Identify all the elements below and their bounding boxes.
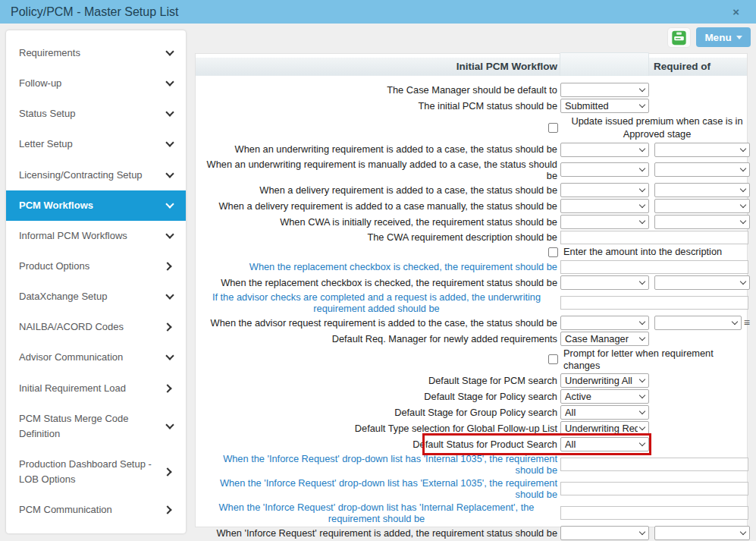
dropdown-value: Case Manager bbox=[565, 333, 629, 344]
chevron-down-icon bbox=[639, 319, 645, 325]
status-dropdown[interactable] bbox=[560, 183, 649, 197]
setting-row: Default Stage for Group Policy search Al… bbox=[196, 404, 747, 420]
enter-amount-checkbox[interactable] bbox=[548, 247, 558, 257]
sidebar-item-label: Informal PCM Workflows bbox=[19, 228, 167, 244]
sidebar-item-informal-pcm-workflows[interactable]: Informal PCM Workflows bbox=[6, 221, 186, 251]
required-of-dropdown[interactable] bbox=[654, 199, 750, 213]
required-of-dropdown[interactable] bbox=[654, 316, 742, 330]
required-of-dropdown[interactable] bbox=[654, 215, 750, 229]
internal-replacement-requirement-input[interactable] bbox=[560, 506, 748, 520]
chevron-down-icon bbox=[639, 102, 645, 108]
internal-1035-requirement-input[interactable] bbox=[560, 458, 748, 471]
sidebar-item-production-dashboard-setup-lob-options[interactable]: Production Dashboard Setup - LOB Options bbox=[6, 449, 186, 495]
setting-label: If the advisor checks are completed and … bbox=[196, 291, 558, 314]
sidebar-item-nailba-acord-codes[interactable]: NAILBA/ACORD Codes bbox=[6, 312, 186, 342]
sidebar-item-requirement-setup[interactable]: Requirement Setup bbox=[6, 525, 186, 533]
chevron-right-icon bbox=[163, 467, 171, 476]
sidebar-item-label: Advisor Communication bbox=[19, 350, 167, 365]
sidebar-item-label: Follow-up bbox=[19, 76, 167, 91]
chevron-down-icon bbox=[639, 440, 645, 446]
sidebar-item-label: PCM Communication bbox=[19, 502, 165, 517]
replacement-requirement-input[interactable] bbox=[560, 260, 748, 274]
chevron-down-icon bbox=[165, 78, 174, 86]
chevron-right-icon bbox=[163, 506, 171, 514]
sidebar-item-label: PCM Workflows bbox=[19, 198, 167, 213]
status-dropdown[interactable] bbox=[560, 143, 649, 157]
status-dropdown[interactable] bbox=[560, 162, 649, 177]
advisor-checks-requirement-input[interactable] bbox=[560, 296, 748, 310]
required-of-dropdown[interactable] bbox=[654, 526, 750, 540]
sidebar-item-pcm-workflows[interactable]: PCM Workflows bbox=[6, 190, 186, 221]
status-dropdown[interactable] bbox=[560, 526, 649, 540]
chevron-down-icon bbox=[740, 201, 746, 207]
setting-label: When the advisor request requirement is … bbox=[196, 317, 558, 329]
chevron-down-icon bbox=[165, 109, 174, 117]
default-stage-group-policy-dropdown[interactable]: All bbox=[560, 405, 649, 420]
setting-row: When the 'Inforce Request' drop-down lis… bbox=[196, 477, 747, 501]
sidebar-item-pcm-communication[interactable]: PCM Communication bbox=[6, 495, 186, 525]
setting-label: When 'Inforce Request' requirement is ad… bbox=[196, 527, 558, 539]
setting-row: When an underwriting requirement is manu… bbox=[196, 158, 747, 182]
cwa-description-input[interactable] bbox=[560, 231, 748, 244]
dropdown-value: Underwriting All bbox=[565, 375, 632, 386]
setting-row: The Case Manager should be default to bbox=[196, 82, 747, 98]
setting-label: Default Req. Manager for newly added req… bbox=[196, 333, 558, 344]
setting-row: When the advisor request requirement is … bbox=[196, 315, 747, 331]
sidebar-item-follow-up[interactable]: Follow-up bbox=[6, 68, 186, 99]
chevron-down-icon bbox=[740, 217, 746, 223]
required-of-dropdown[interactable] bbox=[654, 143, 750, 157]
sidebar-item-dataxchange-setup[interactable]: DataXchange Setup bbox=[6, 282, 186, 312]
chevron-down-icon bbox=[740, 278, 746, 284]
setting-row: If the advisor checks are completed and … bbox=[196, 291, 747, 315]
checkbox-label: Enter the amount into the description bbox=[563, 246, 722, 258]
default-stage-policy-dropdown[interactable]: Active bbox=[560, 389, 649, 404]
sidebar-item-requirements[interactable]: Requirements bbox=[6, 38, 186, 68]
required-of-dropdown[interactable] bbox=[654, 162, 750, 177]
chevron-down-icon bbox=[639, 529, 645, 535]
sidebar-item-product-options[interactable]: Product Options bbox=[6, 251, 186, 282]
initial-pcm-status-dropdown[interactable]: Submitted bbox=[560, 99, 649, 113]
chevron-down-icon bbox=[639, 145, 645, 151]
sidebar-item-label: Production Dashboard Setup - LOB Options bbox=[19, 457, 165, 487]
page-title: Policy/PCM - Master Setup List bbox=[11, 5, 178, 19]
sidebar-item-advisor-communication[interactable]: Advisor Communication bbox=[6, 342, 186, 373]
chevron-down-icon bbox=[639, 424, 645, 430]
chevron-down-icon bbox=[740, 145, 746, 151]
setting-row: When the 'Inforce Request' drop-down lis… bbox=[196, 452, 747, 477]
sidebar-item-status-setup[interactable]: Status Setup bbox=[6, 99, 186, 129]
default-req-manager-dropdown[interactable]: Case Manager bbox=[560, 332, 649, 346]
required-of-dropdown[interactable] bbox=[654, 275, 750, 290]
status-dropdown[interactable] bbox=[560, 215, 649, 229]
required-of-dropdown[interactable] bbox=[654, 183, 750, 197]
sidebar-item-pcm-status-merge-code-definition[interactable]: PCM Status Merge Code Definition bbox=[6, 404, 186, 449]
chevron-down-icon bbox=[165, 230, 174, 238]
dropdown-value: All bbox=[565, 439, 576, 450]
setting-label: When a delivery requirement is added to … bbox=[196, 200, 558, 212]
prompt-for-letter-checkbox[interactable] bbox=[548, 354, 558, 364]
sidebar-item-licensing-contracting-setup[interactable]: Licensing/Contracting Setup bbox=[6, 160, 186, 190]
chevron-down-icon bbox=[639, 86, 645, 92]
menu-button[interactable]: Menu bbox=[696, 27, 751, 47]
table-header: Initial PCM Workflow Required of bbox=[196, 58, 747, 76]
sidebar-item-initial-requirement-load[interactable]: Initial Requirement Load bbox=[6, 373, 186, 404]
sidebar-nav: Requirements Follow-up Status Setup Lett… bbox=[6, 30, 186, 533]
status-dropdown[interactable] bbox=[560, 199, 649, 213]
save-button[interactable] bbox=[667, 27, 691, 48]
case-manager-default-dropdown[interactable] bbox=[560, 83, 649, 97]
setting-label: When the replacement checkbox is checked… bbox=[196, 261, 558, 272]
chevron-down-icon bbox=[639, 278, 645, 284]
default-stage-pcm-dropdown[interactable]: Underwriting All bbox=[560, 373, 649, 388]
sidebar-item-label: Requirement Setup bbox=[19, 533, 165, 533]
external-1035-requirement-input[interactable] bbox=[560, 482, 748, 495]
default-status-product-search-dropdown[interactable]: All bbox=[560, 437, 649, 451]
setting-row: When the replacement checkbox is checked… bbox=[196, 259, 747, 275]
status-dropdown[interactable] bbox=[560, 275, 649, 290]
default-type-global-followup-dropdown[interactable]: Underwriting Requ bbox=[560, 421, 649, 436]
list-icon[interactable]: ≡ bbox=[744, 317, 750, 328]
status-dropdown[interactable] bbox=[560, 316, 649, 330]
sidebar-item-letter-setup[interactable]: Letter Setup bbox=[6, 129, 186, 159]
update-issued-premium-checkbox[interactable] bbox=[548, 123, 558, 133]
sidebar-item-label: PCM Status Merge Code Definition bbox=[19, 411, 167, 442]
caret-down-icon bbox=[736, 36, 742, 39]
close-icon[interactable]: × bbox=[726, 5, 745, 19]
